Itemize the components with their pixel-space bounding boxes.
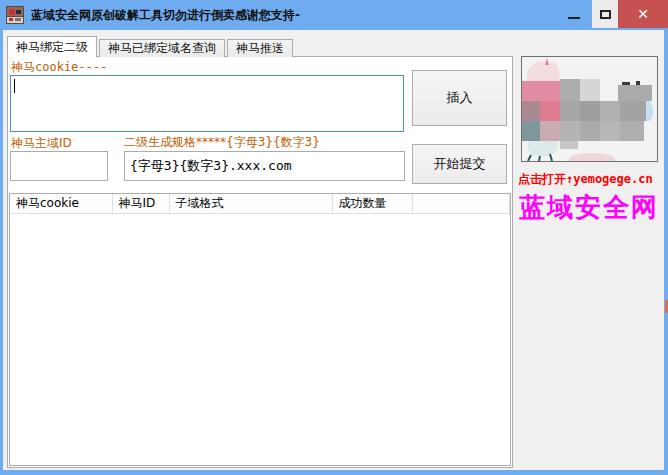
insert-button[interactable]: 插入	[412, 70, 507, 126]
tab-bind-secondary[interactable]: 神马绑定二级	[7, 36, 97, 57]
minimize-icon	[568, 17, 580, 19]
column-header-cookie[interactable]: 神马cookie	[10, 194, 112, 214]
results-table[interactable]: 神马cookie 神马ID 子域格式 成功数量	[9, 193, 511, 466]
minimize-button[interactable]	[556, 0, 592, 28]
format-label: 二级生成规格*****{字母3}{数字3}	[124, 134, 320, 151]
brand-text: 蓝域安全网	[519, 190, 665, 225]
promo-image[interactable]	[521, 56, 658, 162]
tab-bound-domain-query[interactable]: 神马已绑定域名查询	[99, 39, 225, 57]
tab-page: 神马cookie---- 神马主域ID 二级生成规格*****{字母3}{数字3…	[7, 56, 513, 468]
column-header-success-count[interactable]: 成功数量	[332, 194, 412, 214]
main-id-input[interactable]	[10, 151, 108, 181]
promo-link[interactable]: 点击打开↑yemogege.cn	[518, 171, 664, 188]
client-area: 神马绑定二级 神马已绑定域名查询 神马推送 神马cookie---- 神马主域I…	[3, 30, 664, 470]
tab-strip: 神马绑定二级 神马已绑定域名查询 神马推送	[7, 37, 295, 57]
maximize-button[interactable]	[592, 0, 618, 28]
cookie-textarea[interactable]	[11, 76, 403, 131]
close-icon: ✕	[637, 6, 649, 22]
column-header-filler	[412, 194, 510, 214]
app-icon	[6, 6, 24, 24]
cookie-label: 神马cookie----	[11, 59, 107, 76]
close-button[interactable]: ✕	[618, 0, 668, 28]
table-header-row: 神马cookie 神马ID 子域格式 成功数量	[10, 194, 510, 214]
pixelated-promo-picture	[522, 57, 657, 161]
tab-push[interactable]: 神马推送	[227, 39, 293, 57]
format-input[interactable]	[124, 151, 405, 181]
main-id-label: 神马主域ID	[11, 135, 72, 152]
column-header-subdomain-format[interactable]: 子域格式	[169, 194, 332, 214]
text-caret	[14, 79, 15, 93]
maximize-icon	[600, 10, 611, 19]
app-window: 蓝域安全网原创破解工具切勿进行倒卖感谢您支持- ✕ 神马绑定二级 神马已绑定域名…	[0, 0, 668, 475]
column-header-id[interactable]: 神马ID	[112, 194, 169, 214]
submit-button[interactable]: 开始提交	[412, 144, 507, 184]
window-title: 蓝域安全网原创破解工具切勿进行倒卖感谢您支持-	[31, 7, 556, 24]
title-bar: 蓝域安全网原创破解工具切勿进行倒卖感谢您支持- ✕	[0, 0, 668, 30]
cookie-textarea-wrap	[10, 75, 404, 132]
